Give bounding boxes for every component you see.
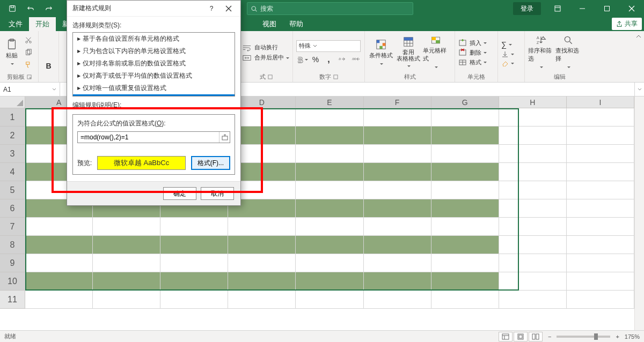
decrease-decimal-icon[interactable]: .00 [349,54,361,65]
rule-item[interactable]: 仅对高于或低于平均值的数值设置格式 [73,70,235,82]
paste-button[interactable]: 粘贴 [3,35,20,70]
fill-button[interactable] [501,50,514,58]
name-box[interactable]: A1 [0,83,60,96]
col-header[interactable]: I [567,96,634,108]
svg-rect-25 [436,40,440,43]
collapse-ribbon-icon[interactable] [635,33,642,41]
edit-rule-desc-label: 编辑规则说明(E): [72,101,235,110]
clipboard-icon [6,39,18,50]
row-header[interactable]: 6 [0,199,25,218]
merge-center-button[interactable]: 合并后居中 [243,54,289,62]
rule-item[interactable]: 只为包含以下内容的单元格设置格式 [73,45,235,57]
percent-icon[interactable]: % [310,54,322,65]
rule-item[interactable]: 基于各自值设置所有单元格的格式 [73,33,235,45]
svg-rect-16 [334,75,338,79]
cancel-button[interactable]: 取消 [201,187,234,200]
dialog-launcher-icon[interactable] [268,75,273,79]
find-icon [562,35,574,46]
row-header[interactable]: 4 [0,163,25,181]
zoom-level[interactable]: 175% [625,333,640,340]
svg-rect-1 [11,6,13,8]
rule-item[interactable]: 使用公式确定要设置格式的单元格 [73,94,235,96]
minimize-icon[interactable] [570,0,595,17]
cell-style-button[interactable]: 单元格样式 [423,35,449,70]
delete-cells-button[interactable]: 删除 [458,49,487,57]
rule-item[interactable]: 仅对唯一值或重复值设置格式 [73,82,235,94]
row-header[interactable]: 1 [0,108,25,127]
number-label: 数字 [319,73,331,81]
dialog-close-icon[interactable] [220,3,237,14]
col-header[interactable]: H [499,96,567,108]
close-icon[interactable] [619,0,644,17]
expand-formula-icon[interactable] [634,83,644,96]
svg-rect-18 [377,40,380,43]
styles-label: 样式 [368,72,451,81]
cells-label: 单元格 [458,72,494,81]
undo-icon[interactable] [23,2,39,16]
formula-field[interactable] [78,133,219,141]
sort-filter-icon: AZ [535,35,547,46]
format-painter-icon[interactable] [22,59,35,71]
row-header[interactable]: 10 [0,272,25,291]
format-preview: 微软卓越 AaBbCc [97,156,185,170]
find-select-button[interactable]: 查找和选择 [555,35,581,70]
dialog-titlebar[interactable]: 新建格式规则 ? [67,1,240,17]
dialog-launcher-icon[interactable] [333,75,338,79]
cut-icon[interactable] [22,34,35,46]
select-all-button[interactable] [0,96,25,108]
autosum-button[interactable]: ∑ [501,40,514,49]
clear-button[interactable] [501,60,514,67]
format-cells-button[interactable]: 格式 [458,58,487,66]
page-break-view-icon[interactable] [529,332,543,341]
page-layout-view-icon[interactable] [514,332,528,341]
login-button[interactable]: 登录 [513,2,541,15]
rule-item[interactable]: 仅对排名靠前或靠后的数值设置格式 [73,57,235,70]
table-style-button[interactable]: 套用 表格格式 [396,35,421,70]
tab-view[interactable]: 视图 [256,17,283,31]
comma-icon[interactable]: , [323,54,335,65]
row-header[interactable]: 5 [0,181,25,199]
conditional-format-button[interactable]: 条件格式 [368,35,394,70]
number-format-dropdown[interactable]: 特殊 [296,40,361,52]
dialog-help-icon[interactable]: ? [205,3,218,14]
row-header[interactable]: 11 [0,291,25,309]
copy-icon[interactable] [22,47,35,58]
col-header[interactable]: E [296,96,363,108]
col-header[interactable]: F [364,96,431,108]
zoom-out-icon[interactable]: − [548,333,551,340]
normal-view-icon[interactable] [499,332,513,341]
col-header[interactable]: G [431,96,499,108]
sort-filter-button[interactable]: AZ 排序和筛选 [528,35,554,70]
zoom-in-icon[interactable]: + [616,333,619,340]
ribbon-options-icon[interactable] [545,0,570,17]
zoom-slider[interactable] [557,336,610,338]
dialog-launcher-icon[interactable] [27,75,32,79]
insert-cells-button[interactable]: 插入 [458,39,487,47]
formula-input-box[interactable] [77,131,230,143]
wrap-text-button[interactable]: 自动换行 [243,43,289,51]
bold-button[interactable]: B [46,62,51,70]
row-header[interactable]: 2 [0,127,25,145]
currency-icon[interactable] [296,54,309,65]
row-header[interactable]: 3 [0,145,25,163]
maximize-icon[interactable] [595,0,619,17]
share-icon [616,21,623,27]
new-format-rule-dialog: 新建格式规则 ? 选择规则类型(S): 基于各自值设置所有单元格的格式 只为包含… [67,0,241,206]
range-selector-icon[interactable] [219,132,230,143]
row-header[interactable]: 9 [0,254,25,272]
search-input[interactable]: 搜索 [247,2,413,15]
tab-file[interactable]: 文件 [2,17,29,31]
save-icon[interactable] [4,2,20,16]
increase-decimal-icon[interactable]: .0 [336,54,348,65]
status-bar: 就绪 − + 175% [0,330,644,342]
ok-button[interactable]: 确定 [163,187,196,200]
format-button[interactable]: 格式(F)... [191,156,230,170]
rule-type-list[interactable]: 基于各自值设置所有单元格的格式 只为包含以下内容的单元格设置格式 仅对排名靠前或… [72,32,235,96]
share-button[interactable]: 共享 [612,18,642,30]
tab-home[interactable]: 开始 [29,17,56,31]
tab-help[interactable]: 帮助 [283,17,310,31]
redo-icon[interactable] [41,2,57,16]
row-header[interactable]: 8 [0,236,25,254]
vertical-scrollbar[interactable] [634,96,644,332]
row-header[interactable]: 7 [0,218,25,236]
